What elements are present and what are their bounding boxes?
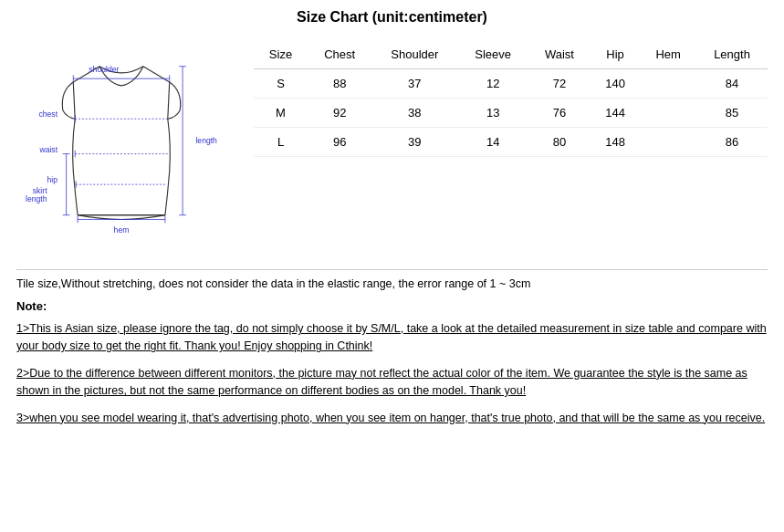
table-cell: 85 [696,99,768,128]
table-cell [640,99,696,128]
table-cell: 144 [591,99,640,128]
col-sleeve: Sleeve [457,40,528,69]
table-body: S8837127214084M9238137614485L96391480148… [254,69,768,157]
page-title: Size Chart (unit:centimeter) [16,9,768,26]
diagram-svg: shoulder length chest waist hip skirt le… [16,40,226,250]
label-skirt-length1: skirt [33,186,47,195]
table-cell: 92 [308,99,371,128]
table-cell: 88 [308,69,371,99]
col-hip: Hip [591,40,640,69]
table-cell: S [254,69,308,99]
size-table-section: Size Chest Shoulder Sleeve Waist Hip Hem… [235,40,768,157]
svg-line-3 [168,82,170,119]
page: Size Chart (unit:centimeter) [0,0,784,453]
table-cell: 140 [591,69,640,99]
col-hem: Hem [640,40,696,69]
top-section: shoulder length chest waist hip skirt le… [16,40,768,253]
table-row: L9639148014886 [254,128,768,157]
table-cell: 12 [457,69,528,99]
label-shoulder: shoulder [89,65,119,74]
table-cell: L [254,128,308,157]
table-cell: 14 [457,128,528,157]
label-hip: hip [47,175,58,184]
table-cell: 80 [528,128,591,157]
note-section: Tile size,Without stretching, does not c… [16,269,768,427]
col-waist: Waist [528,40,591,69]
table-cell: 76 [528,99,591,128]
table-cell: 84 [696,69,768,99]
svg-line-2 [73,82,75,119]
table-cell: 148 [591,128,640,157]
label-waist: waist [38,145,57,154]
tile-size-text: Tile size,Without stretching, does not c… [16,277,768,290]
notes-container: 1>This is Asian size, please ignore the … [16,320,768,427]
note-item: 3>when you see model wearing it, that's … [16,410,768,427]
table-header-row: Size Chest Shoulder Sleeve Waist Hip Hem… [254,40,768,69]
table-cell: 72 [528,69,591,99]
garment-diagram: shoulder length chest waist hip skirt le… [16,40,235,253]
table-cell: 96 [308,128,371,157]
size-table: Size Chest Shoulder Sleeve Waist Hip Hem… [254,40,768,157]
table-cell [640,69,696,99]
label-length: length [195,136,217,145]
col-size: Size [254,40,308,69]
col-shoulder: Shoulder [371,40,457,69]
table-cell: M [254,99,308,128]
col-chest: Chest [308,40,371,69]
label-hem: hem [114,225,130,235]
table-row: M9238137614485 [254,99,768,128]
table-cell: 86 [696,128,768,157]
note-label: Note: [16,299,768,313]
table-cell: 13 [457,99,528,128]
svg-line-1 [143,67,170,82]
table-row: S8837127214084 [254,69,768,99]
note-item: 2>Due to the difference between differen… [16,365,768,401]
label-skirt-length2: length [26,194,47,203]
table-cell: 39 [371,128,457,157]
col-length: Length [696,40,768,69]
table-cell: 37 [371,69,457,99]
table-cell [640,128,696,157]
label-chest: chest [38,110,57,119]
note-item: 1>This is Asian size, please ignore the … [16,320,768,356]
table-cell: 38 [371,99,457,128]
